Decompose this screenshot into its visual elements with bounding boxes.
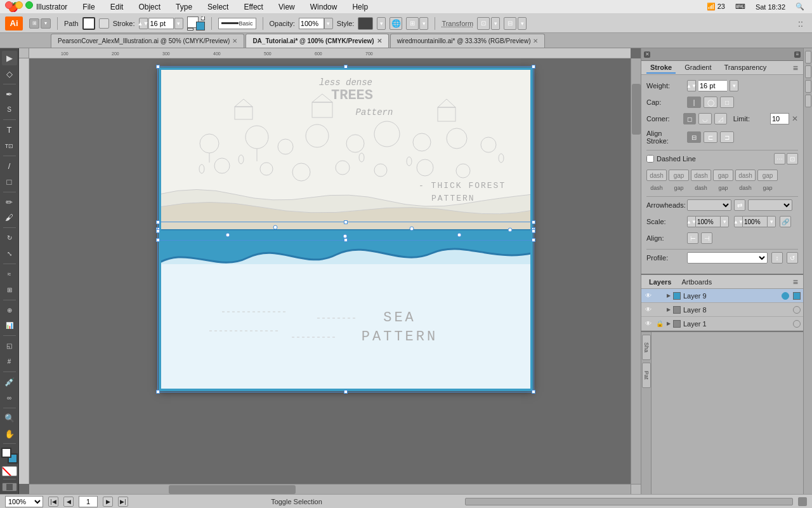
zoom-select[interactable]: 100% 50% 200% xyxy=(5,496,43,507)
mesh-tool[interactable]: # xyxy=(2,354,17,369)
layer-1-eye[interactable]: 👁 xyxy=(644,319,653,328)
view-options-btn[interactable]: ⊞ ▾ xyxy=(406,17,428,30)
menu-illustrator[interactable]: Illustrator xyxy=(34,1,70,13)
weight-stepper-up[interactable]: ▲▼ xyxy=(687,80,696,91)
align-end-btn[interactable]: ⊣ xyxy=(701,232,712,244)
weight-dropdown[interactable]: ▾ xyxy=(730,80,738,91)
menu-view[interactable]: View xyxy=(276,1,298,13)
tab-close-wired[interactable]: ✕ xyxy=(533,37,538,44)
dash3[interactable] xyxy=(735,170,756,181)
window-controls[interactable] xyxy=(5,1,33,9)
select-tool[interactable]: ▶ xyxy=(2,51,17,65)
layer-8-expand[interactable]: ▶ xyxy=(667,307,671,312)
arrowhead-start[interactable] xyxy=(687,199,731,211)
type-tool[interactable]: T xyxy=(2,123,17,137)
scale-stepper2[interactable]: ▲▼ ▾ xyxy=(734,216,776,227)
style-dropdown[interactable]: ▾ xyxy=(377,17,386,30)
miter-limit-input[interactable] xyxy=(770,113,789,124)
menu-type[interactable]: Type xyxy=(173,1,195,13)
gap1[interactable] xyxy=(669,170,689,181)
brush-icon[interactable] xyxy=(805,80,811,93)
align-center[interactable]: ⊟ xyxy=(687,131,701,143)
layer-8-lock[interactable] xyxy=(655,305,664,314)
layer-9-circle[interactable] xyxy=(782,292,789,300)
layer-1-lock[interactable]: 🔒 xyxy=(655,319,664,328)
line-tool[interactable]: / xyxy=(2,159,17,173)
profile-flip2[interactable]: ↺ xyxy=(787,252,798,264)
minimize-btn[interactable] xyxy=(15,1,23,9)
menu-effect[interactable]: Effect xyxy=(241,1,265,13)
gap2[interactable] xyxy=(713,170,733,181)
opacity-input[interactable] xyxy=(299,18,324,29)
stroke-weight-input[interactable]: 16 pt xyxy=(148,18,174,29)
cap-square[interactable]: □ xyxy=(720,97,734,108)
stroke-color-swatch[interactable] xyxy=(82,17,95,30)
align-inside[interactable]: ⊏ xyxy=(704,131,717,143)
vertical-scrollbar[interactable] xyxy=(631,58,641,484)
nav-prev[interactable]: ◀ xyxy=(63,497,74,507)
color-panel-icon[interactable] xyxy=(805,51,811,64)
eyedropper-tool[interactable]: 💉 xyxy=(2,375,17,389)
scale-stepper1[interactable]: ▲▼ ▾ xyxy=(687,216,729,227)
nav-last[interactable]: ▶| xyxy=(118,497,128,507)
menu-file[interactable]: File xyxy=(80,1,97,13)
dash-style-btn2[interactable]: ⊡ xyxy=(787,153,798,164)
tab-gradient[interactable]: Gradient xyxy=(681,62,715,74)
cap-round[interactable]: ◯ xyxy=(704,97,717,108)
none-icon[interactable] xyxy=(2,466,17,476)
direct-select-tool[interactable]: ◇ xyxy=(2,67,17,81)
globe-btn[interactable]: 🌐 xyxy=(390,17,402,30)
profile-flip1[interactable]: ↕ xyxy=(771,252,783,264)
layer-item-9[interactable]: 👁 ▶ Layer 9 xyxy=(641,289,803,303)
nav-first[interactable]: |◀ xyxy=(48,497,58,507)
transform-controls[interactable]: ⊡ ▾ xyxy=(477,17,500,30)
menu-object[interactable]: Object xyxy=(136,1,163,13)
opacity-input-wrap[interactable]: ▾ xyxy=(299,18,333,29)
layer-9-lock[interactable] xyxy=(655,291,664,300)
zoom-tool[interactable]: 🔍 xyxy=(2,411,17,425)
gradient-tool[interactable]: ◱ xyxy=(2,338,17,353)
brush-tool[interactable]: 🖌 xyxy=(2,211,17,225)
pat-btn[interactable]: Pat xyxy=(642,363,651,388)
corner-round[interactable]: ◡ xyxy=(698,113,711,124)
layer-9-eye[interactable]: 👁 xyxy=(644,291,653,300)
weight-stepper[interactable]: ▲▼ 16 pt ▾ xyxy=(139,18,183,29)
align-btn[interactable]: ⊟ ▾ xyxy=(504,17,527,30)
artboards-tab[interactable]: Artboards xyxy=(679,277,714,287)
more-options[interactable]: :: xyxy=(794,17,807,30)
dash1[interactable] xyxy=(646,170,667,181)
profile-select[interactable] xyxy=(687,252,768,264)
panel-expand-btn[interactable]: ≡ xyxy=(794,51,801,58)
symbol-icon[interactable] xyxy=(805,95,811,107)
warp-tool[interactable]: ≈ xyxy=(2,267,17,281)
tab-transparency[interactable]: Transparency xyxy=(720,62,770,74)
hand-tool[interactable]: ✋ xyxy=(2,427,17,441)
layer-8-circle[interactable] xyxy=(793,306,801,314)
page-input[interactable] xyxy=(79,496,98,507)
fill-box[interactable] xyxy=(1,448,11,458)
cap-butt[interactable]: | xyxy=(687,97,701,108)
tab-da-tutorial[interactable]: DA_Tutorial.ai* @ 100% (CMYK/Preview) ✕ xyxy=(246,34,388,48)
layer-8-eye[interactable]: 👁 xyxy=(644,305,653,314)
menu-help[interactable]: Help xyxy=(350,1,370,13)
tab-close-tutorial[interactable]: ✕ xyxy=(377,37,382,44)
dashed-checkbox[interactable] xyxy=(646,155,654,163)
graph-tool[interactable]: 📊 xyxy=(2,319,17,333)
scale-link-btn[interactable]: 🔗 xyxy=(780,216,791,227)
close-btn[interactable] xyxy=(5,1,13,9)
swatches-icon[interactable] xyxy=(805,65,811,78)
menu-select[interactable]: Select xyxy=(205,1,231,13)
arrowhead-swap[interactable]: ⇄ xyxy=(734,199,745,211)
area-type-tool[interactable]: T⊡ xyxy=(2,138,17,153)
horizontal-scrollbar[interactable] xyxy=(29,484,631,494)
corner-bevel[interactable]: ◿ xyxy=(714,113,727,124)
sha-btn[interactable]: Sha xyxy=(642,335,651,360)
blend-tool[interactable]: ∞ xyxy=(2,391,17,405)
canvas-area[interactable]: 100 200 300 400 500 600 700 100 200 300 … xyxy=(19,48,641,494)
transform-btn[interactable]: Transform xyxy=(442,20,473,27)
weight-input[interactable] xyxy=(698,80,727,91)
scale-input2[interactable] xyxy=(743,216,767,227)
layers-tab[interactable]: Layers xyxy=(646,277,674,287)
color-area[interactable] xyxy=(1,448,18,464)
menu-window[interactable]: Window xyxy=(308,1,340,13)
